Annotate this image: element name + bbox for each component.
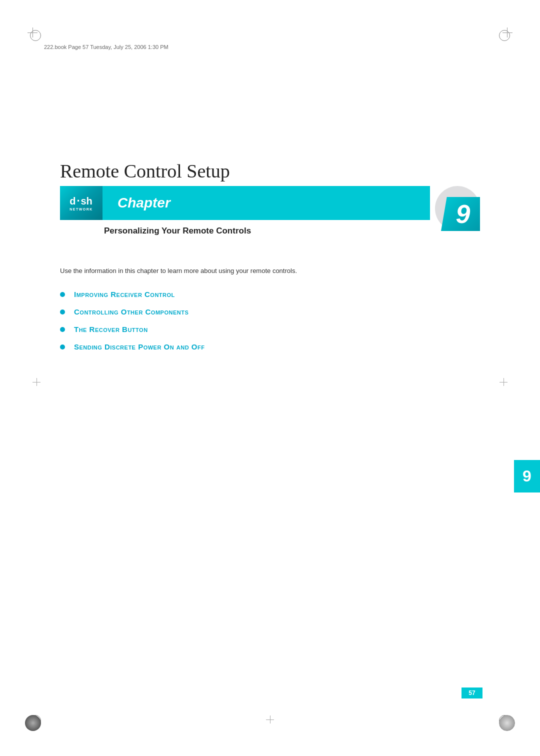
- bullet-text-4: Sending Discrete Power On and Off: [74, 342, 204, 351]
- dish-logo-d: d: [70, 196, 76, 206]
- chapter-header: Remote Control Setup d · sh NETWORK Chap…: [60, 160, 480, 236]
- bullet-text-1: Improving Receiver Control: [74, 290, 175, 298]
- chapter-bar: Chapter: [102, 186, 430, 220]
- list-item: The Recover Button: [60, 325, 480, 334]
- bullet-text-3: The Recover Button: [74, 325, 148, 334]
- bullet-dot-1: [60, 292, 65, 297]
- dish-logo-dot: ·: [76, 196, 80, 206]
- chapter-title: Remote Control Setup: [60, 160, 480, 182]
- chapter-number: 9: [456, 199, 470, 229]
- bullet-dot-4: [60, 344, 65, 350]
- main-content: Remote Control Setup d · sh NETWORK Chap…: [0, 0, 540, 756]
- list-item: Controlling Other Components: [60, 308, 480, 316]
- list-item: Sending Discrete Power On and Off: [60, 342, 480, 351]
- dish-logo: d · sh NETWORK: [70, 196, 93, 211]
- chapter-num-tab: 9: [441, 197, 480, 231]
- chapter-bar-label: Chapter: [118, 195, 170, 211]
- chapter-subtitle: Personalizing Your Remote Controls: [104, 226, 480, 236]
- bullet-text-2: Controlling Other Components: [74, 308, 188, 316]
- intro-text: Use the information in this chapter to l…: [60, 266, 480, 276]
- list-item: Improving Receiver Control: [60, 290, 480, 298]
- bullet-dot-2: [60, 310, 65, 314]
- bullet-dot-3: [60, 327, 65, 332]
- dish-logo-sh: sh: [81, 196, 92, 206]
- chapter-number-wrap: 9: [430, 186, 480, 231]
- chapter-banner: d · sh NETWORK Chapter 9: [60, 186, 480, 220]
- dish-network-label: NETWORK: [70, 208, 93, 211]
- dish-logo-box: d · sh NETWORK: [60, 186, 102, 220]
- bullet-list: Improving Receiver Control Controlling O…: [60, 290, 480, 351]
